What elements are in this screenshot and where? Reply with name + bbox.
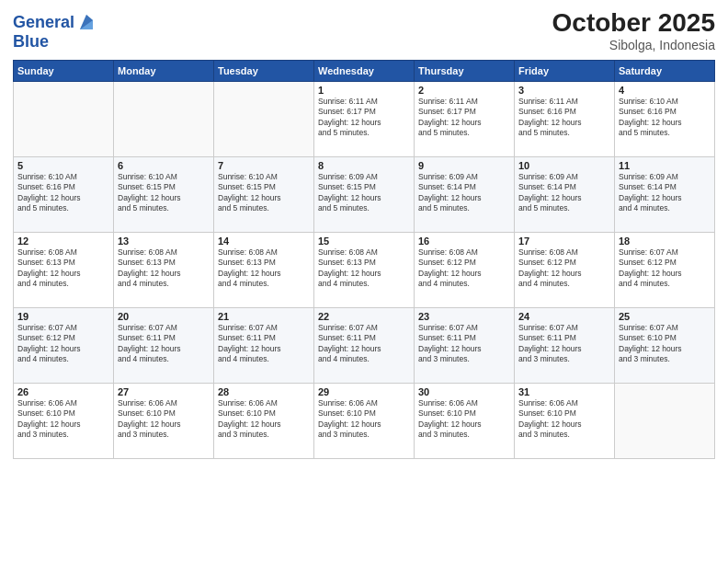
calendar-cell: 20Sunrise: 6:07 AMSunset: 6:11 PMDayligh…: [114, 307, 214, 383]
calendar-cell: 2Sunrise: 6:11 AMSunset: 6:17 PMDaylight…: [415, 81, 515, 156]
day-info: Sunrise: 6:07 AMSunset: 6:11 PMDaylight:…: [118, 323, 210, 365]
calendar-cell: 28Sunrise: 6:06 AMSunset: 6:10 PMDayligh…: [214, 383, 314, 458]
logo-text: General: [13, 14, 74, 32]
month-title: October 2025: [552, 9, 715, 38]
day-info: Sunrise: 6:07 AMSunset: 6:12 PMDaylight:…: [17, 323, 109, 365]
calendar-cell: 13Sunrise: 6:08 AMSunset: 6:13 PMDayligh…: [114, 232, 214, 307]
logo: General Blue: [13, 13, 97, 50]
calendar-cell: 31Sunrise: 6:06 AMSunset: 6:10 PMDayligh…: [515, 383, 615, 458]
day-number: 17: [518, 236, 610, 247]
day-info: Sunrise: 6:06 AMSunset: 6:10 PMDaylight:…: [118, 398, 210, 441]
calendar-cell: 8Sunrise: 6:09 AMSunset: 6:15 PMDaylight…: [314, 156, 415, 232]
calendar-container: General Blue October 2025 Sibolga, Indon…: [0, 0, 728, 563]
day-number: 6: [118, 160, 210, 171]
calendar-cell: 27Sunrise: 6:06 AMSunset: 6:10 PMDayligh…: [114, 383, 214, 458]
calendar-week-4: 19Sunrise: 6:07 AMSunset: 6:12 PMDayligh…: [14, 307, 715, 383]
calendar-cell: 4Sunrise: 6:10 AMSunset: 6:16 PMDaylight…: [615, 81, 715, 156]
day-number: 28: [218, 386, 310, 397]
day-number: 1: [318, 85, 410, 96]
day-number: 18: [619, 236, 711, 247]
day-number: 24: [518, 311, 610, 322]
day-number: 9: [418, 160, 510, 171]
day-info: Sunrise: 6:10 AMSunset: 6:15 PMDaylight:…: [218, 172, 310, 214]
day-number: 16: [418, 236, 510, 247]
logo-icon: [76, 13, 97, 33]
day-info: Sunrise: 6:07 AMSunset: 6:11 PMDaylight:…: [318, 323, 410, 365]
day-number: 25: [619, 311, 711, 322]
calendar-cell: 5Sunrise: 6:10 AMSunset: 6:16 PMDaylight…: [14, 156, 114, 232]
calendar-week-1: 1Sunrise: 6:11 AMSunset: 6:17 PMDaylight…: [14, 81, 715, 156]
calendar-cell: 9Sunrise: 6:09 AMSunset: 6:14 PMDaylight…: [415, 156, 515, 232]
calendar-week-5: 26Sunrise: 6:06 AMSunset: 6:10 PMDayligh…: [14, 383, 715, 458]
day-number: 2: [418, 85, 510, 96]
calendar-cell: 22Sunrise: 6:07 AMSunset: 6:11 PMDayligh…: [314, 307, 415, 383]
day-number: 29: [318, 386, 410, 397]
day-number: 12: [17, 236, 109, 247]
day-number: 11: [619, 160, 711, 171]
day-number: 8: [318, 160, 410, 171]
day-number: 30: [418, 386, 510, 397]
calendar-cell: 16Sunrise: 6:08 AMSunset: 6:12 PMDayligh…: [415, 232, 515, 307]
day-info: Sunrise: 6:06 AMSunset: 6:10 PMDaylight:…: [218, 398, 310, 441]
calendar-cell: 21Sunrise: 6:07 AMSunset: 6:11 PMDayligh…: [214, 307, 314, 383]
day-info: Sunrise: 6:08 AMSunset: 6:12 PMDaylight:…: [418, 247, 510, 290]
day-info: Sunrise: 6:09 AMSunset: 6:14 PMDaylight:…: [418, 172, 510, 214]
day-info: Sunrise: 6:07 AMSunset: 6:11 PMDaylight:…: [518, 323, 610, 365]
location: Sibolga, Indonesia: [552, 38, 715, 52]
day-info: Sunrise: 6:08 AMSunset: 6:12 PMDaylight:…: [518, 247, 610, 290]
day-number: 20: [118, 311, 210, 322]
day-info: Sunrise: 6:09 AMSunset: 6:14 PMDaylight:…: [518, 172, 610, 214]
title-block: October 2025 Sibolga, Indonesia: [552, 9, 715, 52]
day-info: Sunrise: 6:07 AMSunset: 6:12 PMDaylight:…: [619, 247, 711, 290]
day-info: Sunrise: 6:06 AMSunset: 6:10 PMDaylight:…: [518, 398, 610, 441]
day-number: 19: [17, 311, 109, 322]
day-number: 27: [118, 386, 210, 397]
calendar-cell: 15Sunrise: 6:08 AMSunset: 6:13 PMDayligh…: [314, 232, 415, 307]
day-info: Sunrise: 6:08 AMSunset: 6:13 PMDaylight:…: [17, 247, 109, 290]
calendar-cell: 17Sunrise: 6:08 AMSunset: 6:12 PMDayligh…: [515, 232, 615, 307]
calendar-cell: 7Sunrise: 6:10 AMSunset: 6:15 PMDaylight…: [214, 156, 314, 232]
day-info: Sunrise: 6:07 AMSunset: 6:11 PMDaylight:…: [218, 323, 310, 365]
day-number: 4: [619, 85, 711, 96]
logo-blue: Blue: [13, 33, 97, 50]
day-number: 22: [318, 311, 410, 322]
day-info: Sunrise: 6:06 AMSunset: 6:10 PMDaylight:…: [17, 398, 109, 441]
calendar-cell: [214, 81, 314, 156]
calendar-cell: 1Sunrise: 6:11 AMSunset: 6:17 PMDaylight…: [314, 81, 415, 156]
calendar-cell: 19Sunrise: 6:07 AMSunset: 6:12 PMDayligh…: [14, 307, 114, 383]
day-info: Sunrise: 6:06 AMSunset: 6:10 PMDaylight:…: [318, 398, 410, 441]
day-number: 21: [218, 311, 310, 322]
calendar-cell: 12Sunrise: 6:08 AMSunset: 6:13 PMDayligh…: [14, 232, 114, 307]
calendar-cell: 11Sunrise: 6:09 AMSunset: 6:14 PMDayligh…: [615, 156, 715, 232]
day-number: 26: [17, 386, 109, 397]
day-info: Sunrise: 6:10 AMSunset: 6:16 PMDaylight:…: [619, 97, 711, 139]
day-info: Sunrise: 6:09 AMSunset: 6:15 PMDaylight:…: [318, 172, 410, 214]
calendar-cell: 30Sunrise: 6:06 AMSunset: 6:10 PMDayligh…: [415, 383, 515, 458]
calendar-cell: 26Sunrise: 6:06 AMSunset: 6:10 PMDayligh…: [14, 383, 114, 458]
day-number: 14: [218, 236, 310, 247]
day-header-friday: Friday: [515, 60, 615, 81]
calendar-cell: 29Sunrise: 6:06 AMSunset: 6:10 PMDayligh…: [314, 383, 415, 458]
day-number: 7: [218, 160, 310, 171]
calendar-cell: 6Sunrise: 6:10 AMSunset: 6:15 PMDaylight…: [114, 156, 214, 232]
day-info: Sunrise: 6:11 AMSunset: 6:17 PMDaylight:…: [418, 97, 510, 139]
day-info: Sunrise: 6:08 AMSunset: 6:13 PMDaylight:…: [118, 247, 210, 290]
day-number: 3: [518, 85, 610, 96]
day-number: 15: [318, 236, 410, 247]
day-info: Sunrise: 6:10 AMSunset: 6:15 PMDaylight:…: [118, 172, 210, 214]
day-info: Sunrise: 6:11 AMSunset: 6:17 PMDaylight:…: [318, 97, 410, 139]
calendar-cell: 14Sunrise: 6:08 AMSunset: 6:13 PMDayligh…: [214, 232, 314, 307]
calendar-body: 1Sunrise: 6:11 AMSunset: 6:17 PMDaylight…: [14, 81, 715, 458]
calendar-cell: [114, 81, 214, 156]
calendar-cell: 10Sunrise: 6:09 AMSunset: 6:14 PMDayligh…: [515, 156, 615, 232]
calendar-cell: 23Sunrise: 6:07 AMSunset: 6:11 PMDayligh…: [415, 307, 515, 383]
calendar-header-row: SundayMondayTuesdayWednesdayThursdayFrid…: [14, 60, 715, 81]
day-info: Sunrise: 6:09 AMSunset: 6:14 PMDaylight:…: [619, 172, 711, 214]
calendar-week-2: 5Sunrise: 6:10 AMSunset: 6:16 PMDaylight…: [14, 156, 715, 232]
calendar-cell: [615, 383, 715, 458]
day-info: Sunrise: 6:06 AMSunset: 6:10 PMDaylight:…: [418, 398, 510, 441]
calendar-cell: 25Sunrise: 6:07 AMSunset: 6:10 PMDayligh…: [615, 307, 715, 383]
day-info: Sunrise: 6:07 AMSunset: 6:10 PMDaylight:…: [619, 323, 711, 365]
calendar-table: SundayMondayTuesdayWednesdayThursdayFrid…: [13, 60, 715, 459]
day-info: Sunrise: 6:10 AMSunset: 6:16 PMDaylight:…: [17, 172, 109, 214]
